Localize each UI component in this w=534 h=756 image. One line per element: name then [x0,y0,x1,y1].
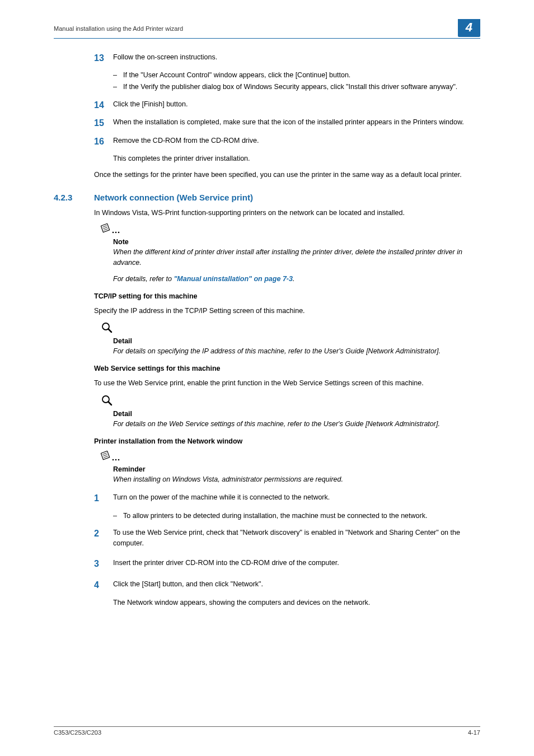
note-body-link: For details, refer to "Manual uninstalla… [113,274,480,284]
reminder-label: Reminder [113,465,480,473]
svg-point-6 [118,232,120,234]
step-text: When the installation is completed, make… [113,117,480,129]
svg-line-8 [109,329,112,333]
step-text: Follow the on-screen instructions. [113,52,480,64]
note-icon [101,451,480,464]
cross-reference-link[interactable]: "Manual uninstallation" on page 7-3 [174,275,293,283]
detail-callout: Detail For details on specifying the IP … [94,321,480,357]
install-step-1: 1 Turn on the power of the machine while… [94,492,480,505]
step-text: Click the [Finish] button. [113,99,480,111]
install-heading: Printer installation from the Network wi… [94,437,480,445]
note-label: Note [113,238,480,246]
step-number: 16 [94,136,113,148]
svg-line-14 [104,456,108,458]
tcpip-heading: TCP/IP setting for this machine [94,292,480,300]
section-heading: 4.2.3 Network connection (Web Service pr… [94,193,480,202]
install-step-4: 4 Click the [Start] button, and then cli… [94,579,480,591]
bullet-text: To allow printers to be detected during … [123,511,427,521]
section-number: 4.2.3 [54,193,94,202]
install-step-4-extra: The Network window appears, showing the … [113,598,480,608]
step-number: 3 [94,558,113,570]
step-number: 14 [94,99,113,111]
svg-point-17 [118,459,120,460]
section-title: Network connection (Web Service print) [94,193,253,202]
step-text: Click the [Start] button, and then click… [113,579,480,591]
footer-model: C353/C253/C203 [54,729,101,736]
step-13: 13 Follow the on-screen instructions. [94,52,480,64]
step-text: To use the Web Service print, check that… [113,528,480,549]
step-14: 14 Click the [Finish] button. [94,99,480,111]
step-16: 16 Remove the CD-ROM from the CD-ROM dri… [94,136,480,148]
detail-body: For details on the Web Service settings … [113,419,480,430]
webservice-heading: Web Service settings for this machine [94,365,480,372]
footer-divider [54,726,480,727]
step-15: 15 When the installation is completed, m… [94,117,480,129]
magnifier-icon [101,394,480,409]
svg-line-3 [104,229,108,231]
bullet-text: If the Verify the publisher dialog box o… [123,82,457,92]
step-text: Turn on the power of the machine while i… [113,492,480,505]
install-step-2: 2 To use the Web Service print, check th… [94,528,480,549]
reminder-callout: Reminder When installing on Windows Vist… [94,451,480,485]
magnifier-icon [101,321,480,336]
step-13-bullet: – If the Verify the publisher dialog box… [113,82,480,92]
webservice-paragraph: To use the Web Service print, enable the… [94,378,480,389]
section-intro: In Windows Vista, WS-Print function-supp… [94,208,480,218]
summary-paragraph: Once the settings for the printer have b… [94,170,480,180]
svg-point-16 [115,459,117,460]
svg-line-10 [109,402,112,405]
note-callout: Note When the different kind of printer … [94,223,480,284]
step-number: 15 [94,117,113,129]
svg-point-5 [115,232,117,234]
step-13-bullet: – If the "User Account Control" window a… [113,70,480,81]
header-divider [54,38,480,39]
bullet-dash: – [113,82,123,92]
step-number: 2 [94,528,113,549]
svg-line-12 [102,452,107,454]
svg-point-15 [113,459,114,460]
note-icon [101,223,480,237]
bullet-dash: – [113,70,123,81]
step-number: 4 [94,579,113,591]
header-breadcrumb: Manual installation using the Add Printe… [54,25,183,32]
step-16-extra: This completes the printer driver instal… [113,153,480,164]
step-text: Insert the printer driver CD-ROM into th… [113,558,480,570]
page-footer: C353/C253/C203 4-17 [54,726,480,736]
tcpip-paragraph: Specify the IP address in the TCP/IP Set… [94,306,480,316]
detail-label: Detail [113,337,480,345]
svg-point-4 [113,232,114,234]
detail-body: For details on specifying the IP address… [113,346,480,357]
step-number: 1 [94,492,113,505]
bullet-dash: – [113,511,123,521]
svg-line-13 [103,454,107,456]
detail-callout: Detail For details on the Web Service se… [94,394,480,430]
footer-page-number: 4-17 [468,729,480,736]
detail-label: Detail [113,410,480,418]
install-step-1-bullet: – To allow printers to be detected durin… [113,511,480,521]
step-text: Remove the CD-ROM from the CD-ROM drive. [113,136,480,148]
step-number: 13 [94,52,113,64]
svg-line-1 [102,226,107,227]
svg-line-2 [103,227,107,229]
reminder-body: When installing on Windows Vista, admini… [113,474,480,485]
bullet-text: If the "User Account Control" window app… [123,70,350,81]
chapter-number-badge: 4 [458,19,480,37]
install-step-3: 3 Insert the printer driver CD-ROM into … [94,558,480,570]
note-body: When the different kind of printer drive… [113,247,480,268]
